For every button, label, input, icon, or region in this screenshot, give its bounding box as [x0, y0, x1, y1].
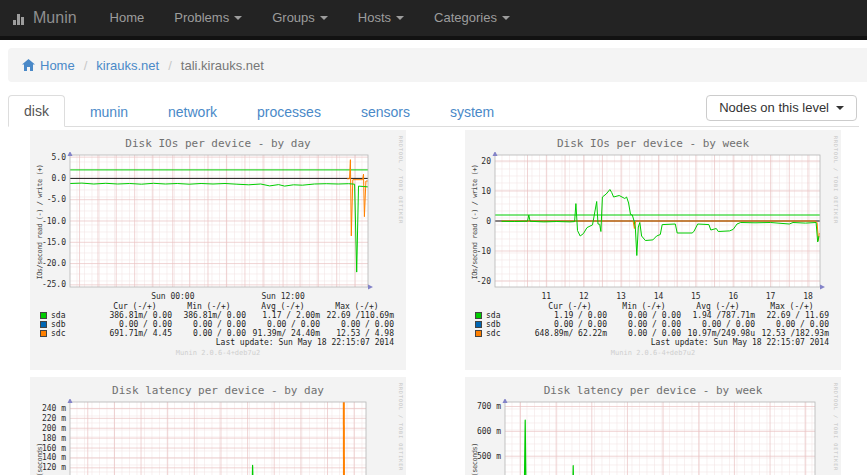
breadcrumb-separator: / — [168, 58, 172, 73]
legend-device: sdc — [40, 329, 98, 338]
legend-device: sdc — [475, 329, 533, 338]
chevron-down-icon — [502, 16, 510, 20]
legend-value: 0.00 / 0.00 — [246, 320, 320, 329]
legend-row: sdb0.00 / 0.000.00 / 0.000.00 / 0.000.00… — [475, 320, 837, 329]
nav-item-categories[interactable]: Categories — [419, 0, 525, 36]
legend-color-swatch — [40, 321, 47, 328]
x-tick-label: 11 — [542, 292, 552, 301]
graph-legend: Cur (-/+)Min (-/+)Avg (-/+)Max (-/+)sda3… — [40, 302, 402, 338]
graph-title: Disk latency per device - by week — [465, 384, 841, 397]
legend-value: 0.00 / 0.00 — [172, 320, 246, 329]
breadcrumb-home-link[interactable]: Home — [22, 58, 75, 73]
y-tick-label: 600 m — [477, 427, 501, 436]
x-axis-arrow — [368, 285, 373, 290]
legend-color-swatch — [475, 321, 482, 328]
nav-item-home[interactable]: Home — [95, 0, 160, 36]
nav-item-label: Groups — [272, 0, 315, 36]
legend-column-header: Cur (-/+) — [98, 302, 172, 311]
nodes-on-this-level-button[interactable]: Nodes on this level — [706, 95, 857, 121]
legend-header-row: Cur (-/+)Min (-/+)Avg (-/+)Max (-/+) — [40, 302, 402, 311]
rrdtool-watermark: RRDTOOL / TOBI OETIKER — [398, 383, 404, 471]
tab-munin[interactable]: munin — [75, 97, 143, 127]
nav-item-label: Problems — [174, 0, 229, 36]
legend-column-header: Max (-/+) — [755, 302, 829, 311]
legend-value: 22.69 / 11.69 — [755, 311, 829, 320]
breadcrumb-current: tali.kirauks.net — [181, 58, 264, 73]
y-tick-label: 20 — [481, 157, 491, 166]
graph-image-disk-ios-week[interactable]: 20100-10-201112131415161718 — [471, 152, 828, 306]
y-tick-label: 10 — [481, 187, 491, 196]
legend-value: 0.00 / 0.00 — [607, 311, 681, 320]
nav-item-hosts[interactable]: Hosts — [343, 0, 419, 36]
nav-item-problems[interactable]: Problems — [159, 0, 257, 36]
graph-panel-disk-ios-week: Disk IOs per device - by week RRDTOOL / … — [465, 130, 841, 370]
legend-value: 0.00 / 0.00 — [172, 329, 246, 338]
munin-version-watermark: Munin 2.0.6-4+deb7u2 — [465, 349, 841, 357]
y-axis-arrow — [68, 399, 73, 403]
legend-device-label: sdc — [51, 329, 65, 338]
graph-image-disk-latency-week[interactable]: 700 m600 m500 m400 m300 m — [471, 399, 823, 475]
legend-value: 1.94 /787.71m — [681, 311, 755, 320]
legend-device: sdb — [475, 320, 533, 329]
x-tick-label: 14 — [654, 292, 664, 301]
breadcrumb-label: Home — [40, 58, 75, 73]
legend-device-label: sdb — [51, 320, 65, 329]
tab-network[interactable]: network — [153, 97, 232, 127]
y-tick-label: -10.0 — [42, 217, 66, 226]
graph-legend: Cur (-/+)Min (-/+)Avg (-/+)Max (-/+)sda1… — [475, 302, 837, 338]
graph-title: Disk latency per device - by day — [30, 384, 406, 397]
breadcrumb-separator: / — [84, 58, 88, 73]
last-update: Last update: Sun May 18 22:15:07 2014 — [651, 338, 829, 347]
legend-header-row: Cur (-/+)Min (-/+)Avg (-/+)Max (-/+) — [475, 302, 837, 311]
legend-row: sdc691.71m/ 4.450.00 / 0.0091.39m/ 24.40… — [40, 329, 402, 338]
legend-color-swatch — [475, 330, 482, 337]
legend-device-label: sda — [486, 311, 500, 320]
y-tick-label: -25.0 — [42, 280, 66, 289]
rrdtool-watermark: RRDTOOL / TOBI OETIKER — [833, 383, 839, 471]
y-tick-label: 240 m — [42, 404, 66, 413]
y-tick-label: -5.0 — [47, 195, 66, 204]
y-tick-label: 5.0 — [52, 153, 67, 162]
legend-value: 12.53 / 4.98 — [320, 329, 394, 338]
y-tick-label: 500 m — [477, 452, 501, 461]
breadcrumb: Home / kirauks.net / tali.kirauks.net — [8, 48, 867, 82]
legend-value: 1.19 / 0.00 — [533, 311, 607, 320]
tab-disk[interactable]: disk — [8, 95, 65, 127]
legend-name-spacer — [475, 302, 533, 311]
chevron-down-icon — [320, 16, 328, 20]
legend-value: 386.81m/ 0.00 — [98, 311, 172, 320]
graph-title: Disk IOs per device - by week — [465, 137, 841, 150]
graph-image-disk-ios-day[interactable]: 5.00.0-5.0-10.0-15.0-20.0-25.0Sun 00:00S… — [36, 152, 376, 306]
legend-value: 12.53 /182.93m — [755, 329, 829, 338]
munin-brand[interactable]: Munin — [0, 9, 95, 27]
graph-title: Disk IOs per device - by day — [30, 137, 406, 150]
tab-processes[interactable]: processes — [242, 97, 336, 127]
nav-item-groups[interactable]: Groups — [257, 0, 343, 36]
breadcrumb-group-link[interactable]: kirauks.net — [96, 58, 159, 73]
x-tick-label: 18 — [803, 292, 813, 301]
x-tick-label: Sun 12:00 — [261, 292, 305, 301]
brand-label: Munin — [33, 9, 77, 27]
legend-color-swatch — [40, 312, 47, 319]
tab-sensors[interactable]: sensors — [346, 97, 425, 127]
graph-panel-disk-ios-day: Disk IOs per device - by day RRDTOOL / T… — [30, 130, 406, 370]
tab-system[interactable]: system — [435, 97, 509, 127]
y-axis-arrow — [503, 399, 508, 403]
nodes-button-label: Nodes on this level — [719, 95, 829, 121]
legend-value: 386.81m/ 0.00 — [172, 311, 246, 320]
legend-color-swatch — [475, 312, 482, 319]
y-axis-arrow — [68, 152, 73, 156]
graph-image-disk-latency-day[interactable]: 240 m220 m200 m180 m160 m140 m120 m — [36, 399, 374, 475]
munin-version-watermark: Munin 2.0.6-4+deb7u2 — [30, 349, 406, 357]
y-tick-label: 140 m — [42, 453, 66, 462]
legend-column-header: Max (-/+) — [320, 302, 394, 311]
munin-logo-icon — [12, 11, 27, 26]
legend-device-label: sdb — [486, 320, 500, 329]
y-tick-label: 0.0 — [52, 174, 67, 183]
y-tick-label: 160 m — [42, 444, 66, 453]
y-tick-label: -15.0 — [42, 238, 66, 247]
legend-value: 0.00 / 0.00 — [320, 320, 394, 329]
x-axis-arrow — [820, 285, 825, 290]
chevron-down-icon — [396, 16, 404, 20]
legend-name-spacer — [40, 302, 98, 311]
